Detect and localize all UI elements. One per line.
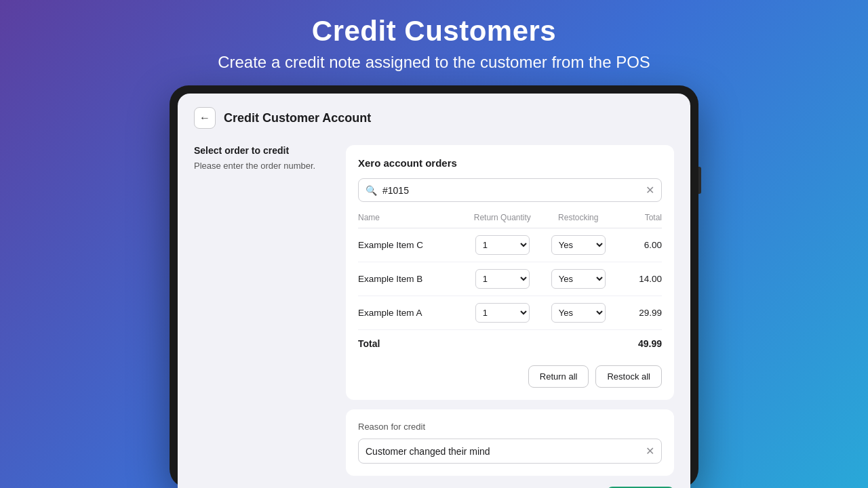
back-button[interactable]: ←	[194, 107, 216, 129]
item-name: Example Item B	[358, 262, 465, 296]
item-total: 29.99	[616, 296, 662, 330]
restock-select-2[interactable]: YesNo	[551, 303, 606, 323]
search-container: 🔍 ✕	[358, 178, 662, 202]
col-name: Name	[358, 213, 465, 228]
item-name: Example Item A	[358, 296, 465, 330]
total-row: Total49.99	[358, 330, 662, 357]
modal-title: Credit Customer Account	[224, 111, 371, 125]
reason-label: Reason for credit	[358, 422, 662, 432]
select-order-desc: Please enter the order number.	[194, 160, 330, 172]
orders-table: Name Return Quantity Restocking Total Ex…	[358, 213, 662, 356]
table-row: Example Item C12345YesNo6.00	[358, 228, 662, 262]
back-arrow-icon: ←	[199, 113, 210, 123]
item-qty: 12345	[465, 228, 540, 262]
item-restock: YesNo	[540, 228, 616, 262]
search-input[interactable]	[382, 185, 646, 196]
item-restock: YesNo	[540, 296, 616, 330]
orders-section-title: Xero account orders	[358, 157, 662, 169]
item-restock: YesNo	[540, 262, 616, 296]
content-area: Select order to credit Please enter the …	[194, 145, 674, 488]
clear-reason-icon[interactable]: ✕	[646, 445, 654, 458]
reason-input[interactable]	[366, 446, 646, 457]
page-subtitle: Create a credit note assigned to the cus…	[218, 53, 650, 72]
clear-search-icon[interactable]: ✕	[646, 184, 654, 197]
total-value: 49.99	[616, 330, 662, 357]
qty-select-2[interactable]: 12345	[475, 303, 530, 323]
reason-input-container: ✕	[358, 439, 662, 464]
tablet-screen: ← Credit Customer Account Select order t…	[178, 94, 690, 488]
modal-header: ← Credit Customer Account	[194, 107, 674, 129]
tablet-frame: ← Credit Customer Account Select order t…	[170, 85, 698, 488]
table-row: Example Item A12345YesNo29.99	[358, 296, 662, 330]
return-all-button[interactable]: Return all	[528, 365, 589, 388]
orders-section: Xero account orders 🔍 ✕ Name Return Quan…	[346, 145, 674, 400]
item-qty: 12345	[465, 296, 540, 330]
restock-all-button[interactable]: Restock all	[595, 365, 662, 388]
col-restocking: Restocking	[540, 213, 616, 228]
total-label: Total	[358, 330, 616, 357]
left-panel: Select order to credit Please enter the …	[194, 145, 330, 488]
item-total: 6.00	[616, 228, 662, 262]
item-total: 14.00	[616, 262, 662, 296]
item-name: Example Item C	[358, 228, 465, 262]
col-total: Total	[616, 213, 662, 228]
qty-select-1[interactable]: 12345	[475, 269, 530, 289]
select-order-title: Select order to credit	[194, 145, 330, 156]
col-return-qty: Return Quantity	[465, 213, 540, 228]
table-actions: Return all Restock all	[358, 365, 662, 388]
page-title: Credit Customers	[312, 15, 556, 47]
restock-select-1[interactable]: YesNo	[551, 269, 606, 289]
tablet-side-button	[698, 167, 701, 194]
reason-section: Reason for credit ✕	[346, 409, 674, 476]
qty-select-0[interactable]: 12345	[475, 235, 530, 255]
restock-select-0[interactable]: YesNo	[551, 235, 606, 255]
table-row: Example Item B12345YesNo14.00	[358, 262, 662, 296]
right-panel: Xero account orders 🔍 ✕ Name Return Quan…	[346, 145, 674, 488]
search-icon: 🔍	[366, 185, 377, 196]
item-qty: 12345	[465, 262, 540, 296]
